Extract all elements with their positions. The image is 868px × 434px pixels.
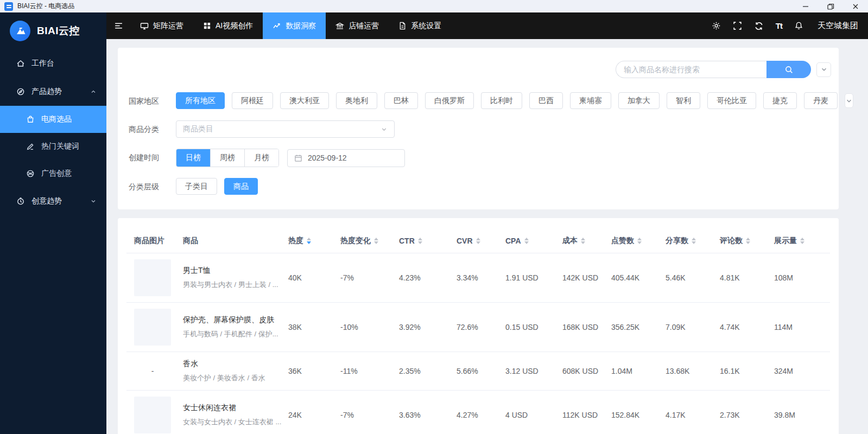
chevron-down-icon bbox=[820, 66, 828, 73]
app-logo-icon bbox=[4, 2, 13, 11]
region-chip[interactable]: 澳大利亚 bbox=[280, 92, 329, 109]
sort-icon[interactable] bbox=[746, 238, 750, 244]
time-label: 创建时间 bbox=[129, 149, 167, 166]
region-chip[interactable]: 捷克 bbox=[763, 92, 797, 109]
sidebar-item-label: 产品趋势 bbox=[31, 87, 62, 97]
organization-name[interactable]: 天空城集团 bbox=[818, 21, 858, 31]
region-filter-row: 国家地区 所有地区 阿根廷 澳大利亚 奥地利 巴林 白俄罗斯 比利时 巴西 柬埔… bbox=[129, 92, 831, 110]
col-header-product: 商品 bbox=[183, 236, 288, 246]
cell-heat: 36K bbox=[288, 367, 340, 375]
sidebar-item-label: 创意趋势 bbox=[31, 196, 62, 206]
cell-shares: 4.17K bbox=[666, 411, 720, 419]
minimize-button[interactable] bbox=[793, 0, 818, 12]
sort-icon[interactable] bbox=[307, 238, 311, 244]
sort-icon[interactable] bbox=[637, 238, 642, 244]
product-image-placeholder bbox=[134, 259, 171, 296]
level-option-product[interactable]: 商品 bbox=[224, 178, 258, 195]
chevron-up-icon bbox=[90, 88, 97, 95]
product-category-path: 男装与男士内衣 / 男士上装 / ... bbox=[183, 280, 283, 290]
brand: BIAI云控 bbox=[0, 12, 106, 49]
nav-item-label: AI视频创作 bbox=[216, 21, 253, 31]
cell-heat: 38K bbox=[288, 323, 340, 331]
cell-likes: 152.84K bbox=[611, 411, 666, 419]
product-category-path: 手机与数码 / 手机配件 / 保护... bbox=[183, 329, 283, 339]
search-button[interactable] bbox=[766, 61, 811, 78]
sidebar-item-workbench[interactable]: 工作台 bbox=[0, 49, 106, 78]
nav-item-data-insight[interactable]: 数据洞察 bbox=[263, 12, 326, 39]
sort-icon[interactable] bbox=[374, 238, 378, 244]
apps-grid-icon bbox=[203, 22, 211, 30]
region-chip[interactable]: 柬埔寨 bbox=[570, 92, 611, 109]
col-header-heat-change: 热度变化 bbox=[340, 236, 399, 246]
nav-item-shop-operation[interactable]: 店铺运营 bbox=[326, 12, 389, 39]
nav-item-label: 数据洞察 bbox=[286, 21, 316, 31]
col-header-impressions: 展示量 bbox=[774, 236, 830, 246]
sort-icon[interactable] bbox=[581, 238, 585, 244]
cell-cpa: 1.91 USD bbox=[505, 273, 562, 282]
date-input[interactable] bbox=[308, 154, 398, 162]
sort-icon[interactable] bbox=[692, 238, 696, 244]
col-header-likes: 点赞数 bbox=[611, 236, 666, 246]
region-chip[interactable]: 加拿大 bbox=[618, 92, 660, 109]
close-button[interactable] bbox=[843, 0, 868, 12]
sidebar-item-product-trends[interactable]: 产品趋势 bbox=[0, 78, 106, 106]
region-chip-all[interactable]: 所有地区 bbox=[176, 92, 225, 109]
collapse-region-button[interactable] bbox=[845, 93, 853, 108]
sidebar-item-ad-creative[interactable]: 广告创意 bbox=[0, 160, 106, 187]
restore-button[interactable] bbox=[818, 0, 843, 12]
brand-name: BIAI云控 bbox=[37, 24, 80, 38]
col-header-cpa: CPA bbox=[505, 237, 562, 245]
search-input[interactable] bbox=[616, 61, 766, 78]
table-row[interactable]: 保护壳、屏幕保护膜、皮肤 手机与数码 / 手机配件 / 保护... 38K -1… bbox=[126, 302, 830, 352]
nav-item-label: 系统设置 bbox=[411, 21, 441, 31]
category-select[interactable]: 商品类目 bbox=[176, 120, 395, 138]
time-option-daily[interactable]: 日榜 bbox=[176, 149, 210, 167]
nav-item-system-settings[interactable]: 系统设置 bbox=[389, 12, 451, 39]
cell-cost: 168K USD bbox=[562, 323, 611, 331]
sort-icon[interactable] bbox=[418, 238, 422, 244]
region-chip[interactable]: 哥伦比亚 bbox=[707, 92, 756, 109]
time-option-monthly[interactable]: 月榜 bbox=[244, 149, 278, 167]
sort-icon[interactable] bbox=[524, 238, 529, 244]
level-option-subcategory[interactable]: 子类目 bbox=[176, 178, 217, 195]
home-icon bbox=[16, 59, 25, 68]
col-header-image: 商品图片 bbox=[126, 236, 183, 246]
sort-icon[interactable] bbox=[800, 238, 804, 244]
nav-item-matrix-operation[interactable]: 矩阵运营 bbox=[130, 12, 193, 39]
category-select-placeholder: 商品类目 bbox=[183, 124, 381, 134]
cell-cvr: 5.66% bbox=[457, 367, 505, 375]
region-chip[interactable]: 比利时 bbox=[481, 92, 522, 109]
region-chip[interactable]: 智利 bbox=[667, 92, 700, 109]
sidebar-item-ecommerce-selection[interactable]: 电商选品 bbox=[0, 106, 106, 133]
region-chip[interactable]: 奥地利 bbox=[336, 92, 377, 109]
nav-item-ai-video[interactable]: AI视频创作 bbox=[193, 12, 263, 39]
region-options: 所有地区 阿根廷 澳大利亚 奥地利 巴林 白俄罗斯 比利时 巴西 柬埔寨 加拿大… bbox=[176, 92, 831, 109]
region-chip[interactable]: 阿根廷 bbox=[232, 92, 273, 109]
cell-likes: 1.04M bbox=[611, 367, 666, 375]
sidebar-item-hot-keywords[interactable]: 热门关键词 bbox=[0, 133, 106, 160]
cell-comments: 4.81K bbox=[720, 273, 774, 282]
region-chip[interactable]: 巴西 bbox=[529, 92, 563, 109]
settings-gear-button[interactable] bbox=[712, 21, 721, 30]
table-row[interactable]: 女士休闲连衣裙 女装与女士内衣 / 女士连衣裙 ... 24K -7% 3.63… bbox=[126, 390, 830, 434]
collapse-sidebar-button[interactable] bbox=[106, 21, 130, 30]
region-chip[interactable]: 巴林 bbox=[384, 92, 418, 109]
product-name: 女士休闲连衣裙 bbox=[183, 403, 288, 413]
refresh-button[interactable] bbox=[754, 21, 764, 31]
fullscreen-button[interactable] bbox=[733, 21, 742, 30]
sidebar-item-label: 广告创意 bbox=[41, 169, 72, 178]
date-picker[interactable] bbox=[287, 149, 405, 167]
notifications-button[interactable] bbox=[794, 21, 803, 30]
cell-cvr: 4.27% bbox=[457, 411, 505, 419]
sort-icon[interactable] bbox=[476, 238, 480, 244]
region-chip[interactable]: 白俄罗斯 bbox=[425, 92, 474, 109]
cell-ctr: 3.92% bbox=[399, 323, 457, 331]
font-size-button[interactable]: Tt bbox=[776, 21, 782, 30]
region-chip[interactable]: 丹麦 bbox=[804, 92, 838, 109]
collapse-search-button[interactable] bbox=[816, 62, 831, 77]
table-row[interactable]: 男士T恤 男装与男士内衣 / 男士上装 / ... 40K -7% 4.23% … bbox=[126, 253, 830, 302]
search-row bbox=[129, 61, 831, 78]
sidebar-item-creative-trends[interactable]: 创意趋势 bbox=[0, 187, 106, 215]
table-row[interactable]: - 香水 美妆个护 / 美妆香水 / 香水 36K -11% 2.35% 5.6… bbox=[126, 352, 830, 390]
time-option-weekly[interactable]: 周榜 bbox=[210, 149, 244, 167]
